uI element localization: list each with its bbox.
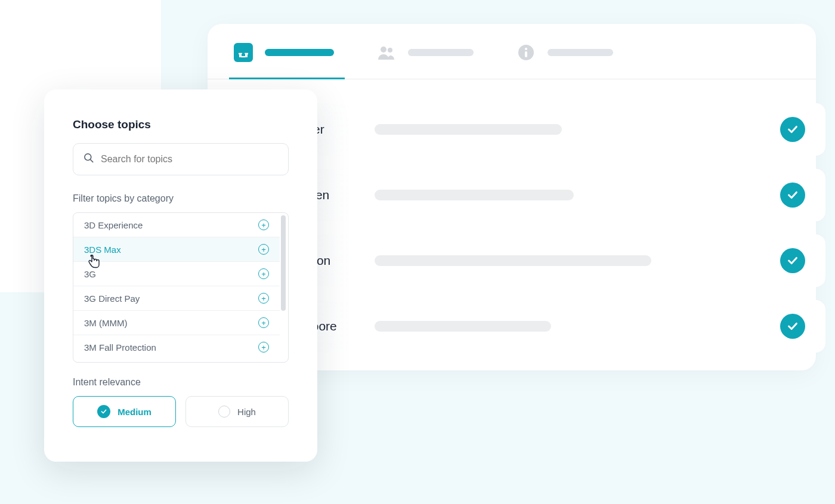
tab-placeholder	[548, 49, 613, 56]
check-icon[interactable]	[780, 183, 805, 208]
svg-line-19	[91, 160, 93, 162]
search-icon	[83, 152, 95, 166]
topic-label: 3M (MMM)	[84, 318, 127, 328]
add-icon[interactable]: +	[258, 244, 269, 255]
intent-option-high[interactable]: High	[185, 396, 289, 427]
svg-rect-8	[525, 51, 527, 57]
scrollbar[interactable]	[281, 215, 286, 360]
topic-list: 3D Experience + 3DS Max + 3G + 3G Direct…	[73, 212, 289, 363]
topic-item[interactable]: 3G +	[73, 262, 280, 286]
add-icon[interactable]: +	[258, 342, 269, 353]
intent-label: Intent relevance	[73, 377, 289, 388]
search-input-wrap[interactable]	[73, 143, 289, 175]
info-icon	[515, 42, 537, 63]
topic-label: 3G	[84, 269, 96, 279]
tab-people[interactable]	[376, 42, 474, 79]
check-icon[interactable]	[780, 314, 805, 339]
tab-placeholder	[265, 49, 334, 56]
topic-item[interactable]: 3DS Max +	[73, 237, 280, 262]
add-icon[interactable]: +	[258, 219, 269, 230]
intent-option-label: Medium	[117, 407, 151, 417]
detail-placeholder	[375, 321, 551, 332]
svg-point-4	[381, 47, 386, 52]
detail-placeholder	[375, 190, 574, 200]
tab-primary[interactable]	[233, 42, 334, 79]
topic-item[interactable]: 3D Experience +	[73, 213, 280, 237]
tab-placeholder	[408, 49, 474, 56]
radio-empty-icon	[218, 406, 230, 418]
scrollbar-thumb[interactable]	[281, 215, 286, 311]
inbox-icon	[233, 42, 254, 63]
topic-item[interactable]: 3M (MMM) +	[73, 311, 280, 335]
people-icon	[376, 42, 397, 63]
topic-label: 3G Direct Pay	[84, 293, 140, 304]
check-icon[interactable]	[780, 117, 805, 142]
topic-label: 3M Fall Protection	[84, 342, 156, 353]
panel-title: Choose topics	[73, 118, 289, 131]
filter-panel: Choose topics Filter topics by category …	[44, 89, 317, 462]
add-icon[interactable]: +	[258, 293, 269, 304]
svg-rect-0	[234, 43, 253, 62]
topic-item[interactable]: 3M Fall Protection +	[73, 335, 280, 359]
tab-bar	[208, 24, 816, 79]
detail-placeholder	[375, 255, 651, 266]
add-icon[interactable]: +	[258, 317, 269, 328]
tab-info[interactable]	[515, 42, 613, 79]
filter-label: Filter topics by category	[73, 193, 289, 204]
svg-point-5	[388, 48, 392, 52]
add-icon[interactable]: +	[258, 268, 269, 279]
detail-placeholder	[375, 124, 562, 135]
topic-item[interactable]: 3G Direct Pay +	[73, 286, 280, 311]
intent-options: Medium High	[73, 396, 289, 427]
intent-option-medium[interactable]: Medium	[73, 396, 176, 427]
svg-point-7	[525, 48, 527, 50]
search-input[interactable]	[101, 154, 279, 165]
check-icon[interactable]	[780, 248, 805, 273]
intent-option-label: High	[237, 407, 256, 417]
topic-label: 3D Experience	[84, 220, 143, 230]
radio-checked-icon	[97, 405, 110, 418]
topic-label: 3DS Max	[84, 245, 121, 255]
svg-rect-3	[242, 54, 245, 56]
